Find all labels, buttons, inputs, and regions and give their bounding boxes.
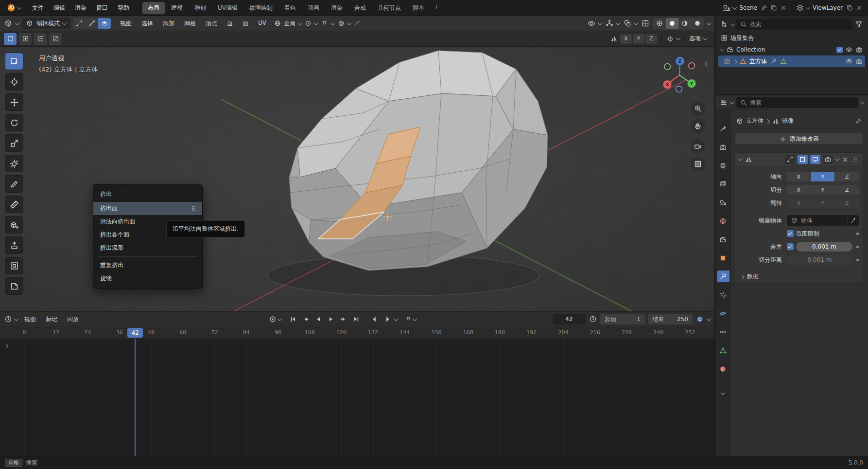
delete-modifier-icon[interactable] [841,156,849,163]
jump-to-start-button[interactable] [287,314,299,325]
bisect-z-button[interactable]: Z [835,185,859,195]
properties-tab-material[interactable] [717,363,729,375]
viewport-menu[interactable]: 网格 [180,18,200,29]
modifier-extras-chevron[interactable] [835,156,840,161]
properties-tab-collection[interactable] [717,234,729,245]
time-icon[interactable] [589,315,597,324]
workspace-tab[interactable]: UV编辑 [212,2,243,14]
eyedropper-button[interactable] [847,215,859,226]
viewport-3d[interactable]: 用户透视 (42) 立方体 | 立方体 Z X Y [0,47,714,311]
select-invert-mode-button[interactable] [49,33,62,45]
properties-search-input[interactable] [750,99,855,106]
camera-view-button[interactable] [691,139,705,154]
xray-toggle[interactable] [641,19,650,28]
bevel-tool[interactable] [5,277,23,295]
frame-step-chevron[interactable] [394,316,399,321]
extrude-menu-item[interactable]: 挤出流形 [93,241,202,254]
timeline-snap-chevron[interactable] [413,316,417,321]
sync-chevron[interactable] [707,316,712,321]
tool-settings-axis-y[interactable]: Y [633,34,644,44]
material-shading-button[interactable] [678,18,691,29]
autokey-toggle[interactable] [268,315,277,324]
properties-editor-button[interactable] [719,98,728,107]
drag-handle-icon[interactable] [851,156,859,163]
options-label[interactable]: 选项 [689,35,701,43]
pan-button[interactable] [691,119,705,133]
merge-threshold-field[interactable]: 0.001 m [796,242,852,252]
properties-tab-viewlayer[interactable] [717,178,729,190]
solid-shading-button[interactable] [666,18,678,29]
frame-forward-button[interactable] [382,314,393,325]
viewport-menu[interactable]: 边 [223,18,237,29]
select-set-mode-button[interactable] [4,33,17,45]
tool-settings-axis-x[interactable]: X [620,34,632,44]
animate-dot[interactable] [856,259,859,261]
hide-in-viewport-icon[interactable] [845,46,853,54]
editor-type-button[interactable] [4,19,13,28]
workspace-tab[interactable]: 建模 [166,2,188,14]
tool-settings-axis-z[interactable]: Z [645,34,657,44]
edge-select-button[interactable] [86,18,98,29]
pin-icon[interactable] [854,117,862,125]
extrude-menu-item[interactable]: 挤出面E [93,202,202,215]
playhead-badge[interactable]: 42 [127,328,143,338]
outliner-editor-button[interactable] [720,20,729,29]
vertex-select-button[interactable] [73,18,86,29]
timeline-ruler[interactable]: 42 0122436486072849610812013214415616818… [0,326,714,339]
shading-chevron[interactable] [707,20,712,25]
topbar-menu[interactable]: 帮助 [113,2,134,14]
object-render-visibility-icon[interactable] [855,57,863,65]
breadcrumb-object[interactable]: 立方体 [746,117,764,125]
add-workspace-button[interactable]: + [431,2,442,14]
show-on-cage-toggle[interactable] [785,155,795,164]
options-chevron[interactable] [703,36,708,40]
viewlayer-dropdown-chevron[interactable] [806,5,811,10]
workspace-tab[interactable]: 动画 [302,2,325,14]
current-frame-field[interactable]: 42 [553,314,586,325]
viewport-menu[interactable]: 顶点 [201,18,222,29]
frame-end-field[interactable]: 结束 250 [648,314,693,325]
disable-in-render-icon[interactable] [855,46,863,54]
play-button[interactable] [325,314,337,325]
add-cube-tool[interactable] [5,216,23,234]
scene-pin-icon[interactable] [760,4,768,12]
topbar-menu[interactable]: 窗口 [92,2,112,14]
animate-dot[interactable] [856,246,859,248]
collection-checkbox[interactable] [836,47,843,53]
snap-dropdown[interactable] [321,19,334,27]
show-in-editmode-toggle[interactable] [798,155,808,164]
bisect-y-button[interactable]: Y [811,185,835,195]
select-subtract-mode-button[interactable] [34,33,47,45]
viewlayer-close-icon[interactable] [855,4,863,12]
workspace-tab[interactable]: 雕刻 [189,2,211,14]
properties-tab-modifiers[interactable] [717,271,729,282]
cursor-tool[interactable] [5,73,23,90]
rendered-shading-button[interactable] [691,18,704,29]
viewport-menu[interactable]: 选择 [137,18,157,29]
frame-back-button[interactable] [369,314,381,325]
snap-target-chevron[interactable] [676,36,681,40]
play-reverse-button[interactable] [312,314,324,325]
properties-editor-chevron[interactable] [730,99,735,104]
bisect-distance-field[interactable]: 0.001 m [787,255,852,265]
navigation-gizmo[interactable]: Z X Y [657,55,704,102]
viewport-menu[interactable]: 视图 [116,18,136,29]
playback-sync-icon[interactable] [695,315,704,324]
mode-dropdown[interactable]: 编辑模式 [22,18,70,29]
rotate-tool[interactable] [5,114,23,131]
orientation-dropdown[interactable]: 全局 [274,19,301,28]
playhead-line[interactable] [135,339,136,456]
panel-expand-chevron[interactable] [738,156,743,161]
properties-tab-data[interactable] [717,344,729,356]
axis-z-button[interactable]: Z [835,172,859,181]
viewport-menu[interactable]: 添加 [158,18,179,29]
annotate-tool[interactable] [5,175,23,193]
viewport-menu[interactable]: UV [254,18,271,29]
properties-search[interactable] [736,97,858,108]
clipping-checkbox[interactable] [787,230,794,237]
scale-tool[interactable] [5,134,23,152]
data-subpanel-header[interactable]: 数据 [735,270,863,282]
scene-name[interactable]: Scene [739,4,757,11]
next-keyframe-button[interactable] [338,314,349,325]
editor-type-chevron[interactable] [15,20,20,25]
